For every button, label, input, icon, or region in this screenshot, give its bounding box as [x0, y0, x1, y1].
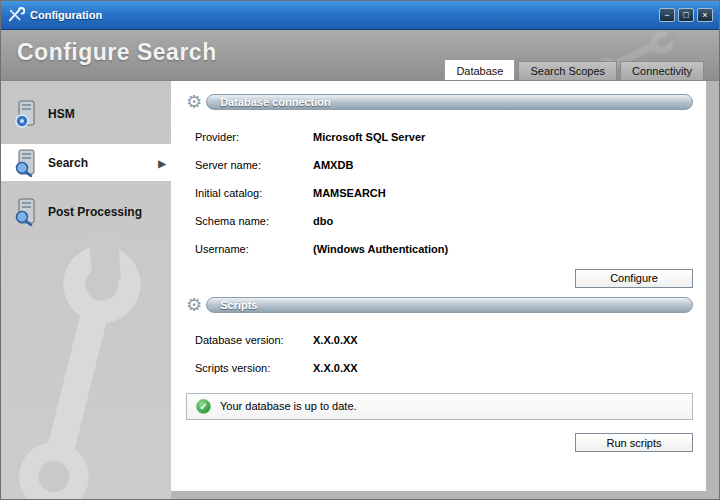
field-row-database-version: Database version: X.X.0.XX	[195, 326, 693, 354]
content-area: HSM Search ▶	[1, 81, 719, 499]
titlebar: Configuration − □ ×	[1, 1, 719, 30]
scripts-fields: Database version: X.X.0.XX Scripts versi…	[195, 326, 693, 382]
sidebar-item-label: HSM	[48, 107, 75, 121]
section-title: Database connection	[206, 94, 693, 110]
sidebar-item-post-processing[interactable]: Post Processing	[1, 193, 171, 230]
field-value: (Windows Authentication)	[313, 243, 448, 255]
tab-search-scopes[interactable]: Search Scopes	[518, 61, 617, 80]
maximize-button[interactable]: □	[678, 8, 694, 22]
run-scripts-button[interactable]: Run scripts	[575, 433, 693, 452]
page-title: Configure Search	[17, 39, 217, 66]
page-header: Configure Search Database Search Scopes …	[1, 30, 719, 81]
field-value: MAMSEARCH	[313, 187, 386, 199]
configuration-window: Configuration − □ × Configure Search Dat…	[0, 0, 720, 500]
field-row-provider: Provider: Microsoft SQL Server	[195, 123, 693, 151]
field-label: Database version:	[195, 334, 313, 346]
server-database-icon	[13, 100, 39, 128]
gear-icon: ⚙	[186, 297, 202, 313]
field-value: X.X.0.XX	[313, 362, 358, 374]
configure-button[interactable]: Configure	[575, 269, 693, 288]
sidebar-items: HSM Search ▶	[1, 81, 171, 230]
tab-database[interactable]: Database	[444, 59, 515, 80]
field-value: AMXDB	[313, 159, 353, 171]
wrench-watermark-icon	[1, 239, 171, 499]
database-connection-header: ⚙ Database connection	[186, 94, 693, 110]
field-row-initial-catalog: Initial catalog: MAMSEARCH	[195, 179, 693, 207]
server-search-icon	[13, 198, 39, 226]
database-connection-fields: Provider: Microsoft SQL Server Server na…	[195, 123, 693, 263]
wrench-tools-icon	[7, 7, 25, 23]
field-label: Scripts version:	[195, 362, 313, 374]
sidebar-item-hsm[interactable]: HSM	[1, 95, 171, 132]
field-row-scripts-version: Scripts version: X.X.0.XX	[195, 354, 693, 382]
field-label: Server name:	[195, 159, 313, 171]
field-label: Username:	[195, 243, 313, 255]
check-circle-icon: ✓	[196, 399, 211, 414]
sidebar-item-label: Post Processing	[48, 205, 142, 219]
field-row-server-name: Server name: AMXDB	[195, 151, 693, 179]
section-title: Scripts	[206, 297, 693, 313]
field-label: Provider:	[195, 131, 313, 143]
scripts-header: ⚙ Scripts	[186, 297, 693, 313]
main-panel: ⚙ Database connection Provider: Microsof…	[171, 81, 706, 491]
field-row-username: Username: (Windows Authentication)	[195, 235, 693, 263]
sidebar-item-label: Search	[48, 156, 88, 170]
field-value: dbo	[313, 215, 333, 227]
field-value: X.X.0.XX	[313, 334, 358, 346]
status-message: Your database is up to date.	[220, 400, 357, 412]
window-title: Configuration	[30, 9, 102, 21]
close-button[interactable]: ×	[697, 8, 713, 22]
sidebar-item-search[interactable]: Search ▶	[1, 144, 171, 181]
field-label: Initial catalog:	[195, 187, 313, 199]
window-controls: − □ ×	[659, 8, 713, 22]
field-label: Schema name:	[195, 215, 313, 227]
gear-icon: ⚙	[186, 94, 202, 110]
tab-connectivity[interactable]: Connectivity	[620, 61, 704, 80]
database-status-box: ✓ Your database is up to date.	[186, 393, 693, 420]
server-search-icon	[13, 149, 39, 177]
tab-bar: Database Search Scopes Connectivity	[441, 59, 704, 80]
minimize-button[interactable]: −	[659, 8, 675, 22]
configure-button-row: Configure	[186, 268, 693, 288]
run-scripts-button-row: Run scripts	[186, 433, 693, 453]
field-value: Microsoft SQL Server	[313, 131, 425, 143]
selected-arrow-icon: ▶	[158, 157, 166, 168]
field-row-schema-name: Schema name: dbo	[195, 207, 693, 235]
sidebar: HSM Search ▶	[1, 81, 171, 499]
